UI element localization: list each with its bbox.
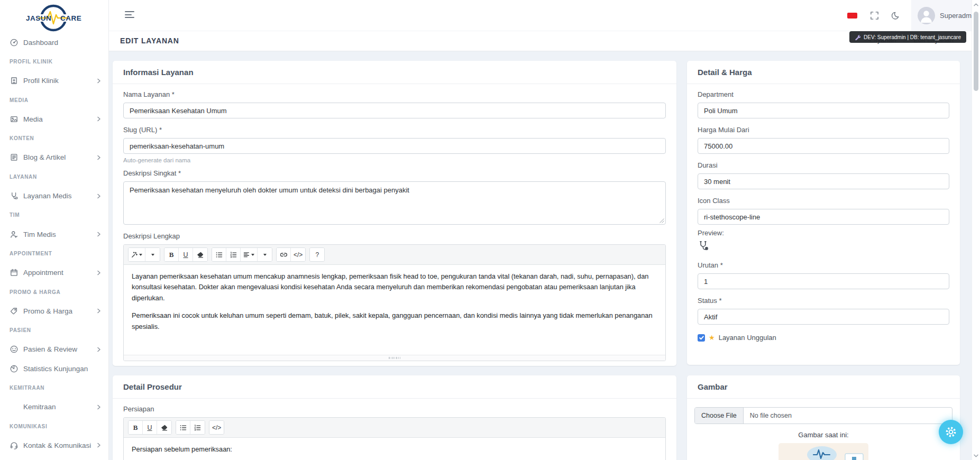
persiapan-label: Persiapan <box>123 405 666 413</box>
icon-class-input[interactable]: ri-stethoscope-line <box>698 209 949 225</box>
editor-paragraph: Pemeriksaan ini cocok untuk keluhan umum… <box>132 310 657 332</box>
icon-class-label: Icon Class <box>698 197 949 205</box>
dark-mode-moon-icon[interactable] <box>891 11 900 20</box>
status-select[interactable]: Aktif <box>698 309 949 325</box>
chevron-right-icon <box>97 78 101 84</box>
sidebar-item-blog-artikel[interactable]: Blog & Artikel <box>0 148 108 167</box>
user-menu[interactable]: Superadmin <box>911 0 980 31</box>
sidebar-item-dashboard[interactable]: Dashboard <box>0 33 108 52</box>
nama-layanan-input[interactable]: Pemeriksaan Kesehatan Umum <box>123 103 666 118</box>
bold-button[interactable]: B <box>129 421 143 434</box>
code-view-button[interactable]: </> <box>209 421 224 434</box>
editor-toolbar: B U </> <box>124 418 665 438</box>
sidebar-item-kontak-komunikasi[interactable]: Kontak & Komunikasi <box>0 436 108 455</box>
smiley-icon <box>10 345 19 354</box>
chevron-right-icon <box>97 194 101 199</box>
image-icon <box>10 115 19 124</box>
magic-style-button[interactable] <box>129 248 145 261</box>
price-tag-icon <box>10 307 19 316</box>
sidebar-item-profil-klinik[interactable]: Profil Klinik <box>0 71 108 90</box>
editor-statusbar[interactable] <box>124 355 665 361</box>
code-view-button[interactable]: </> <box>291 248 305 261</box>
hamburger-menu-icon[interactable] <box>125 11 135 20</box>
sidebar-item-media[interactable]: Media <box>0 109 108 128</box>
sidebar-section-layanan: LAYANAN <box>0 167 108 186</box>
settings-fab-button[interactable] <box>939 420 963 444</box>
brand-text-right: CARE <box>60 14 81 22</box>
choose-file-button[interactable]: Choose File <box>695 408 744 424</box>
card-title: Informasi Layanan <box>113 61 676 84</box>
sidebar-item-tim-medis[interactable]: Tim Medis <box>0 225 108 244</box>
department-label: Department <box>698 90 949 98</box>
editor-toolbar: B U <box>124 245 665 265</box>
sidebar-section-media: MEDIA <box>0 90 108 109</box>
durasi-label: Durasi <box>698 161 949 169</box>
chevron-right-icon <box>97 116 101 122</box>
durasi-input[interactable]: 30 menit <box>698 173 949 189</box>
slug-help-text: Auto-generate dari nama <box>123 157 666 163</box>
department-select[interactable]: Poli Umum <box>698 103 949 118</box>
slug-label: Slug (URL) * <box>123 126 666 134</box>
sidebar-section-konten: KONTEN <box>0 128 108 148</box>
deskripsi-singkat-textarea[interactable]: Pemeriksaan kesehatan menyeluruh oleh do… <box>123 181 666 225</box>
current-service-image <box>778 443 868 460</box>
chevron-right-icon <box>97 308 101 314</box>
article-icon <box>10 153 19 162</box>
gear-icon <box>945 426 957 438</box>
scroll-down-arrow[interactable] <box>973 453 979 458</box>
dev-badge-text: DEV: Superadmin | DB: tenant_jasuncare <box>864 34 961 40</box>
harga-label: Harga Mulai Dari <box>698 126 949 134</box>
resize-handle[interactable] <box>660 218 664 223</box>
link-button[interactable] <box>277 248 291 261</box>
underline-button[interactable]: U <box>143 421 157 434</box>
align-dropdown-button[interactable] <box>258 248 272 261</box>
scrollbar-thumb[interactable] <box>974 12 978 91</box>
editor-paragraph: Layanan pemeriksaan kesehatan umum menca… <box>132 271 657 303</box>
style-dropdown-button[interactable] <box>145 248 160 261</box>
brand-logo[interactable]: JASUN CARE <box>23 3 86 33</box>
slug-input[interactable]: pemeriksaan-kesehatan-umum <box>123 138 666 154</box>
fullscreen-icon[interactable] <box>870 11 879 20</box>
clear-format-eraser-button[interactable] <box>157 421 171 434</box>
ordered-list-button[interactable] <box>226 248 241 261</box>
underline-button[interactable]: U <box>179 248 193 261</box>
editor-content[interactable]: Layanan pemeriksaan kesehatan umum menca… <box>124 265 665 355</box>
language-flag-icon[interactable] <box>847 13 857 19</box>
chevron-right-icon <box>97 155 101 160</box>
brand-text-left: JASUN <box>26 14 51 22</box>
unggulan-checkbox[interactable] <box>698 334 705 342</box>
card-detail-prosedur: Detail Prosedur Persiapan B U <box>113 375 676 460</box>
help-button[interactable]: ? <box>310 248 324 261</box>
card-detail-harga: Detail & Harga Department Poli Umum Harg… <box>687 61 960 365</box>
sidebar-item-statistics-kunjungan[interactable]: Statistics Kunjungan <box>0 359 108 378</box>
topbar: Superadmin <box>108 0 980 31</box>
avatar <box>918 7 935 24</box>
file-input[interactable]: Choose File No file chosen <box>694 407 952 424</box>
hospital-icon <box>10 76 19 85</box>
sidebar-item-promo-harga[interactable]: Promo & Harga <box>0 301 108 320</box>
harga-input[interactable]: 75000.00 <box>698 138 949 154</box>
sidebar-section-kemitraan: KEMITRAAN <box>0 378 108 397</box>
sidebar-item-appointment[interactable]: Appointment <box>0 263 108 282</box>
sidebar-item-pasien-review[interactable]: Pasien & Review <box>0 340 108 359</box>
current-image-label: Gambar saat ini: <box>694 431 952 439</box>
sidebar-item-kemitraan[interactable]: Kemitraan <box>0 398 108 417</box>
deskripsi-singkat-label: Deskripsi Singkat * <box>123 169 666 177</box>
editor-content[interactable]: Persiapan sebelum pemeriksaan: <box>124 438 665 460</box>
bold-button[interactable]: B <box>164 248 179 261</box>
clear-format-eraser-button[interactable] <box>193 248 207 261</box>
urutan-input[interactable]: 1 <box>698 273 949 289</box>
sidebar-section-profil-klinik: PROFIL KLINIK <box>0 52 108 71</box>
chevron-right-icon <box>97 347 101 352</box>
unordered-list-button[interactable] <box>212 248 226 261</box>
page-title: EDIT LAYANAN <box>120 36 179 45</box>
paragraph-align-button[interactable] <box>241 248 258 261</box>
sidebar-item-label: Dashboard <box>23 39 101 47</box>
dashboard-icon <box>10 38 19 47</box>
unordered-list-button[interactable] <box>176 421 190 434</box>
card-gambar: Gambar Choose File No file chosen Gambar… <box>687 375 960 460</box>
ordered-list-button[interactable] <box>190 421 205 434</box>
headset-icon <box>10 441 19 450</box>
sidebar-item-layanan-medis[interactable]: Layanan Medis <box>0 186 108 205</box>
scroll-up-arrow[interactable] <box>973 2 979 7</box>
